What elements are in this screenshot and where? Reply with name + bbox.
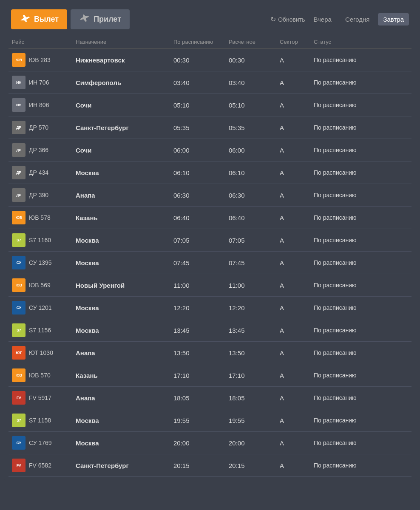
airline-logo: FV	[12, 391, 26, 405]
estimated-time: 05:10	[225, 94, 276, 116]
status: По расписанию	[310, 297, 411, 319]
sector: A	[276, 387, 310, 409]
table-row[interactable]: СУСУ 1201Москва12:2012:20AПо расписанию	[9, 297, 411, 319]
sector: A	[276, 184, 310, 207]
airline-logo: ЮВ	[12, 53, 26, 67]
flight-number: ДР 434	[29, 169, 48, 176]
flight-number: ДР 390	[29, 192, 48, 198]
table-row[interactable]: S7S7 1160Москва07:0507:05AПо расписанию	[9, 229, 411, 252]
sector: A	[276, 297, 310, 319]
refresh-button[interactable]: ↻ Обновить	[270, 15, 305, 23]
airline-logo: ЮВ	[12, 211, 26, 224]
airline-logo: ДР	[12, 188, 26, 202]
flight-number: СУ 1769	[29, 439, 52, 446]
scheduled-time: 20:15	[170, 454, 225, 477]
estimated-time: 07:45	[225, 252, 276, 274]
scheduled-time: 07:05	[170, 229, 225, 252]
table-row[interactable]: ДРДР 366Сочи06:0006:00AПо расписанию	[9, 139, 411, 162]
table-row[interactable]: ДРДР 570Санкт-Петербург05:3505:35AПо рас…	[9, 116, 411, 139]
flights-table-wrap: Рейс Назначение По расписанию Расчетное …	[4, 34, 416, 481]
estimated-time: 03:40	[225, 71, 276, 94]
estimated-time: 06:40	[225, 207, 276, 229]
scheduled-time: 06:40	[170, 207, 225, 229]
table-row[interactable]: FVFV 5917Анапа18:0518:05AПо расписанию	[9, 387, 411, 409]
table-row[interactable]: FVFV 6582Санкт-Петербург20:1520:15AПо ра…	[9, 454, 411, 477]
flight-number: ЮТ 1030	[29, 349, 53, 356]
day-today-button[interactable]: Сегодня	[340, 13, 375, 26]
scheduled-time: 00:30	[170, 49, 225, 71]
estimated-time: 19:55	[225, 409, 276, 432]
scheduled-time: 06:10	[170, 162, 225, 184]
arrival-icon	[79, 14, 90, 25]
estimated-time: 11:00	[225, 274, 276, 297]
flight-number: ЮВ 578	[29, 214, 51, 221]
table-row[interactable]: ЮВЮВ 570Казань17:1017:10AПо расписанию	[9, 364, 411, 387]
flight-number: ИН 706	[29, 79, 49, 86]
destination: Нижневартовск	[76, 57, 125, 64]
scheduled-time: 06:00	[170, 139, 225, 162]
scheduled-time: 03:40	[170, 71, 225, 94]
status: По расписанию	[310, 387, 411, 409]
table-row[interactable]: ЮТЮТ 1030Анапа13:5013:50AПо расписанию	[9, 342, 411, 364]
destination: Москва	[76, 259, 99, 266]
scheduled-time: 05:35	[170, 116, 225, 139]
scheduled-time: 05:10	[170, 94, 225, 116]
scheduled-time: 19:55	[170, 409, 225, 432]
destination: Москва	[76, 304, 99, 312]
destination: Москва	[76, 439, 99, 447]
status: По расписанию	[310, 342, 411, 364]
status: По расписанию	[310, 49, 411, 71]
airline-logo: ЮТ	[12, 346, 26, 360]
airline-logo: ДР	[12, 166, 26, 179]
table-row[interactable]: ИНИН 706Симферополь03:4003:40AПо расписа…	[9, 71, 411, 94]
refresh-label: Обновить	[278, 16, 305, 23]
sector: A	[276, 116, 310, 139]
col-scheduled: По расписанию	[170, 34, 225, 49]
sector: A	[276, 252, 310, 274]
estimated-time: 00:30	[225, 49, 276, 71]
estimated-time: 06:00	[225, 139, 276, 162]
sector: A	[276, 49, 310, 71]
table-row[interactable]: ЮВЮВ 578Казань06:4006:40AПо расписанию	[9, 207, 411, 229]
destination: Симферополь	[76, 79, 121, 86]
destination: Москва	[76, 169, 99, 176]
table-row[interactable]: S7S7 1156Москва13:4513:45AПо расписанию	[9, 319, 411, 342]
tab-arrival[interactable]: Прилет	[71, 9, 130, 29]
col-status: Статус	[310, 34, 411, 49]
day-yesterday-button[interactable]: Вчера	[309, 13, 337, 26]
airline-logo: S7	[12, 233, 26, 247]
col-flight: Рейс	[9, 34, 72, 49]
table-row[interactable]: СУСУ 1395Москва07:4507:45AПо расписанию	[9, 252, 411, 274]
table-row[interactable]: ДРДР 390Анапа06:3006:30AПо расписанию	[9, 184, 411, 207]
status: По расписанию	[310, 139, 411, 162]
table-row[interactable]: ИНИН 806Сочи05:1005:10AПо расписанию	[9, 94, 411, 116]
estimated-time: 13:45	[225, 319, 276, 342]
table-row[interactable]: ЮВЮВ 569Новый Уренгой11:0011:00AПо распи…	[9, 274, 411, 297]
destination: Москва	[76, 327, 99, 334]
estimated-time: 06:10	[225, 162, 276, 184]
estimated-time: 13:50	[225, 342, 276, 364]
status: По расписанию	[310, 364, 411, 387]
status: По расписанию	[310, 454, 411, 477]
status: По расписанию	[310, 162, 411, 184]
scheduled-time: 12:20	[170, 297, 225, 319]
table-row[interactable]: S7S7 1158Москва19:5519:55AПо расписанию	[9, 409, 411, 432]
table-row[interactable]: ДРДР 434Москва06:1006:10AПо расписанию	[9, 162, 411, 184]
table-row[interactable]: ЮВЮВ 283Нижневартовск00:3000:30AПо распи…	[9, 49, 411, 71]
destination: Сочи	[76, 147, 92, 154]
scheduled-time: 07:45	[170, 252, 225, 274]
airline-logo: FV	[12, 459, 26, 472]
destination: Анапа	[76, 394, 95, 402]
sector: A	[276, 432, 310, 454]
destination: Санкт-Петербург	[76, 462, 129, 469]
estimated-time: 20:00	[225, 432, 276, 454]
day-tomorrow-button[interactable]: Завтра	[378, 13, 409, 26]
airline-logo: S7	[12, 323, 26, 337]
table-row[interactable]: СУСУ 1769Москва20:0020:00AПо расписанию	[9, 432, 411, 454]
airline-logo: СУ	[12, 256, 26, 269]
airline-logo: СУ	[12, 301, 26, 314]
header: Вылет Прилет ↻ Обновить Вчера Сегодня За…	[4, 4, 416, 34]
tab-departure[interactable]: Вылет	[11, 9, 67, 29]
status: По расписанию	[310, 207, 411, 229]
airline-logo: ЮВ	[12, 278, 26, 292]
